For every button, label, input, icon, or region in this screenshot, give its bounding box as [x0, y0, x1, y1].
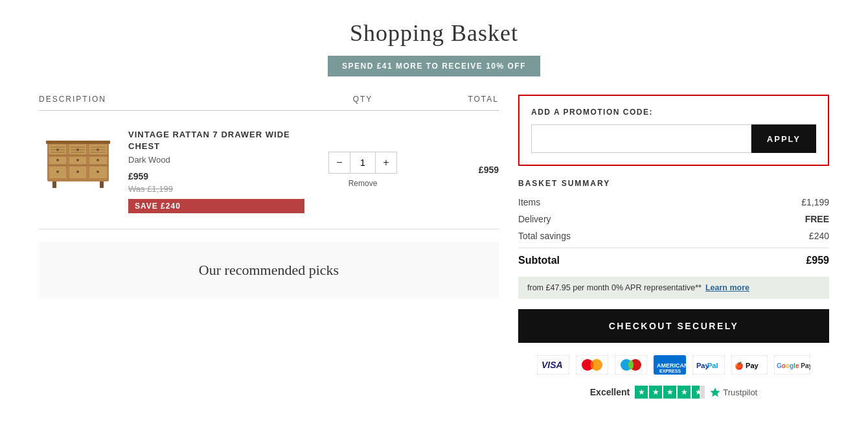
promo-code-box: ADD A PROMOTION CODE: APPLY — [518, 95, 829, 166]
product-image — [39, 126, 117, 191]
applepay-icon: 🍎 Pay — [731, 356, 768, 374]
delivery-value: FREE — [805, 214, 829, 224]
svg-point-30 — [76, 170, 79, 173]
product-name: VINTAGE RATTAN 7 DRAWER WIDE CHEST — [128, 129, 304, 152]
header-total: TOTAL — [421, 95, 499, 104]
header-qty: QTY — [304, 95, 421, 104]
svg-marker-52 — [711, 388, 720, 397]
savings-label: Total savings — [518, 231, 571, 241]
basket-summary-title: BASKET SUMMARY — [518, 179, 829, 188]
trustpilot-label: Excellent — [590, 387, 630, 397]
table-header: DESCRIPTION QTY TOTAL — [39, 95, 499, 111]
trustpilot-stars: ★ ★ ★ ★ ★ — [635, 386, 705, 399]
mastercard-icon — [576, 356, 608, 374]
checkout-button[interactable]: CHECKOUT SECURELY — [518, 309, 829, 343]
svg-text:Pal: Pal — [707, 362, 718, 369]
svg-point-29 — [56, 170, 59, 173]
qty-decrease-button[interactable]: − — [329, 152, 350, 173]
svg-point-41 — [628, 360, 634, 369]
product-total: £959 — [421, 165, 499, 175]
product-details: VINTAGE RATTAN 7 DRAWER WIDE CHEST Dark … — [128, 126, 304, 213]
save-badge: SAVE £240 — [128, 199, 304, 213]
finance-banner: from £47.95 per month 0% APR representat… — [518, 277, 829, 299]
delivery-label: Delivery — [518, 214, 551, 224]
savings-value: £240 — [809, 231, 829, 241]
payment-icons: VISA — [518, 356, 829, 374]
apply-button[interactable]: APPLY — [751, 124, 816, 153]
maestro-icon — [615, 356, 647, 374]
svg-text:VISA: VISA — [542, 360, 563, 370]
qty-input[interactable] — [350, 152, 376, 173]
items-label: Items — [518, 197, 540, 207]
finance-text: from £47.95 per month 0% APR representat… — [527, 283, 702, 292]
qty-control: − + Remove — [304, 152, 421, 188]
visa-icon: VISA — [537, 356, 569, 374]
svg-rect-32 — [46, 141, 110, 144]
learn-more-link[interactable]: Learn more — [705, 283, 749, 292]
promo-code-input[interactable] — [531, 124, 751, 153]
trustpilot-row: Excellent ★ ★ ★ ★ ★ Trustpilot — [518, 386, 829, 399]
qty-increase-button[interactable]: + — [376, 152, 396, 173]
promo-banner: SPEND £41 MORE TO RECEIVE 10% OFF — [39, 56, 829, 76]
summary-row-delivery: Delivery FREE — [518, 214, 829, 224]
star-4: ★ — [678, 386, 691, 399]
page-title: Shopping Basket — [39, 19, 829, 47]
items-value: £1,199 — [801, 197, 829, 207]
trustpilot-logo: Trustpilot — [710, 387, 757, 397]
svg-point-25 — [97, 148, 99, 151]
star-2: ★ — [649, 386, 662, 399]
promo-input-row: APPLY — [531, 124, 816, 153]
trustpilot-text: Trustpilot — [723, 388, 757, 397]
qty-stepper: − + — [328, 152, 397, 174]
svg-text:Google Pay: Google Pay — [777, 362, 810, 369]
product-price-current: £959 — [128, 171, 304, 181]
svg-point-24 — [76, 148, 79, 151]
left-panel: DESCRIPTION QTY TOTAL — [39, 95, 499, 298]
svg-point-31 — [97, 170, 99, 173]
right-panel: ADD A PROMOTION CODE: APPLY BASKET SUMMA… — [518, 95, 829, 399]
product-price-was: Was £1,199 — [128, 184, 304, 194]
svg-point-23 — [56, 148, 59, 151]
star-5: ★ — [692, 386, 705, 399]
product-info: VINTAGE RATTAN 7 DRAWER WIDE CHEST Dark … — [39, 126, 304, 213]
remove-link[interactable]: Remove — [348, 179, 378, 188]
summary-row-savings: Total savings £240 — [518, 231, 829, 241]
recommended-title: Our recommended picks — [52, 262, 486, 279]
product-row: VINTAGE RATTAN 7 DRAWER WIDE CHEST Dark … — [39, 111, 499, 229]
svg-point-26 — [56, 159, 59, 161]
summary-row-subtotal: Subtotal £959 — [518, 248, 829, 266]
product-variant: Dark Wood — [128, 155, 304, 165]
googlepay-icon: Google Pay — [774, 356, 810, 374]
promo-label: ADD A PROMOTION CODE: — [531, 108, 816, 117]
svg-text:🍎 Pay: 🍎 Pay — [735, 361, 759, 370]
header-description: DESCRIPTION — [39, 95, 304, 104]
svg-text:EXPRESS: EXPRESS — [659, 369, 681, 373]
paypal-icon: Pay Pal — [692, 356, 725, 374]
star-3: ★ — [663, 386, 676, 399]
subtotal-value: £959 — [806, 255, 829, 266]
promo-banner-text: SPEND £41 MORE TO RECEIVE 10% OFF — [328, 56, 540, 76]
recommended-section: Our recommended picks — [39, 242, 499, 298]
svg-point-27 — [76, 159, 79, 161]
summary-row-items: Items £1,199 — [518, 197, 829, 207]
amex-icon: AMERICAN EXPRESS — [654, 356, 686, 374]
svg-point-28 — [97, 159, 99, 161]
subtotal-label: Subtotal — [518, 255, 560, 266]
svg-text:AMERICAN: AMERICAN — [657, 362, 686, 369]
star-1: ★ — [635, 386, 648, 399]
basket-summary-section: BASKET SUMMARY Items £1,199 Delivery FRE… — [518, 179, 829, 266]
